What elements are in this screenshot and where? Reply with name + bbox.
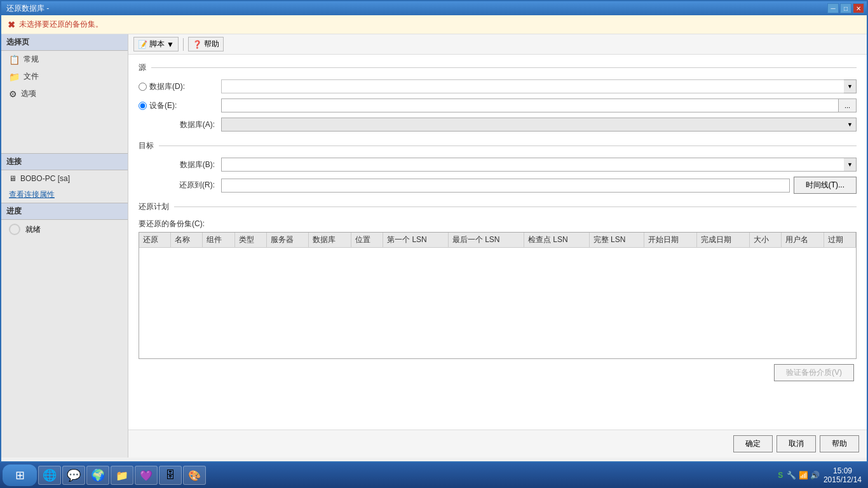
view-connection-props-link[interactable]: 查看连接属性 bbox=[1, 187, 128, 203]
backup-table-container: 还原 名称 组件 类型 服务器 数据库 位置 第一个 LSN 最后一个 LSN bbox=[139, 232, 857, 359]
target-section-line bbox=[159, 146, 857, 146]
sidebar: 选择页 📋 常规 📁 文件 ⚙ 选项 连接 🖥 BOBO-PC [sa] 查看连… bbox=[1, 34, 128, 458]
database-radio-label-inner[interactable]: 数据库(D): bbox=[139, 81, 215, 92]
col-size: 大小 bbox=[749, 233, 781, 248]
title-bar: 还原数据库 - ─ □ ✕ bbox=[1, 1, 867, 15]
restore-plan-header: 还原计划 bbox=[139, 201, 857, 212]
taskbar-app-qq[interactable]: 💬 bbox=[62, 466, 85, 485]
dbname-row: 数据库(A): ▼ bbox=[139, 118, 857, 132]
taskbar-app-ie[interactable]: 🌐 bbox=[38, 466, 61, 485]
device-radio-label[interactable]: 设备(E): bbox=[139, 100, 215, 111]
device-input[interactable] bbox=[221, 98, 839, 112]
progress-item: 就绪 bbox=[1, 220, 128, 239]
target-db-select[interactable] bbox=[221, 158, 857, 172]
col-expiry: 过期 bbox=[824, 233, 855, 248]
sidebar-item-files[interactable]: 📁 文件 bbox=[1, 68, 128, 85]
spinner-icon bbox=[9, 224, 20, 235]
device-radio-row: 设备(E): ... bbox=[139, 98, 857, 112]
target-db-row: 数据库(B): ▼ bbox=[139, 158, 857, 172]
close-button[interactable]: ✕ bbox=[853, 3, 864, 13]
dbname-dropdown-container: ▼ bbox=[221, 118, 857, 132]
files-icon: 📁 bbox=[9, 72, 20, 82]
database-dropdown-container: ▼ bbox=[221, 79, 857, 93]
col-full-lsn: 完整 LSN bbox=[589, 233, 644, 248]
select-page-title: 选择页 bbox=[1, 34, 128, 51]
device-input-container: ... bbox=[221, 98, 857, 112]
col-server: 服务器 bbox=[266, 233, 309, 248]
help-bottom-button[interactable]: 帮助 bbox=[820, 435, 859, 452]
progress-section-title: 进度 bbox=[1, 203, 128, 220]
maximize-button[interactable]: □ bbox=[840, 3, 851, 13]
target-section-header: 目标 bbox=[139, 140, 857, 151]
taskbar-app-ssms[interactable]: 🗄 bbox=[159, 466, 182, 485]
database-radio-text: 数据库(D): bbox=[149, 81, 185, 92]
progress-label: 就绪 bbox=[25, 224, 41, 235]
connection-name: BOBO-PC [sa] bbox=[20, 174, 70, 183]
backup-table-header: 还原 名称 组件 类型 服务器 数据库 位置 第一个 LSN 最后一个 LSN bbox=[139, 233, 856, 248]
device-radio[interactable] bbox=[139, 102, 147, 110]
source-title: 源 bbox=[139, 62, 146, 73]
system-tray-icons: 🔧 📶 🔊 bbox=[787, 471, 820, 480]
error-message: 未选择要还原的备份集。 bbox=[19, 19, 103, 30]
restore-to-row: 还原到(R): 时间线(T)... bbox=[139, 177, 857, 194]
target-db-label: 数据库(B): bbox=[139, 159, 221, 170]
col-start-date: 开始日期 bbox=[644, 233, 697, 248]
database-dropdown-arrow[interactable]: ▼ bbox=[844, 79, 857, 93]
dbname-dropdown-arrow[interactable]: ▼ bbox=[844, 118, 857, 132]
backup-set-label: 要还原的备份集(C): bbox=[139, 219, 857, 229]
toolbar-separator bbox=[183, 38, 184, 51]
database-radio[interactable] bbox=[139, 83, 147, 91]
restore-to-label: 还原到(R): bbox=[139, 180, 221, 191]
col-restore: 还原 bbox=[139, 233, 171, 248]
start-button[interactable]: ⊞ bbox=[3, 464, 37, 486]
ok-button[interactable]: 确定 bbox=[733, 435, 773, 452]
database-select[interactable] bbox=[221, 79, 857, 93]
browse-button[interactable]: ... bbox=[839, 98, 857, 112]
taskbar-app-explorer[interactable]: 📁 bbox=[111, 466, 133, 485]
timeline-button[interactable]: 时间线(T)... bbox=[794, 177, 857, 194]
col-last-lsn: 最后一个 LSN bbox=[448, 233, 524, 248]
col-checkpoint-lsn: 检查点 LSN bbox=[524, 233, 589, 248]
form-content: 源 数据库(D): ▼ bbox=[128, 55, 867, 430]
sidebar-item-label-files: 文件 bbox=[24, 71, 39, 82]
dbname-select[interactable] bbox=[221, 118, 857, 132]
help-button[interactable]: ❓ 帮助 bbox=[188, 37, 224, 51]
title-bar-buttons: ─ □ ✕ bbox=[827, 3, 864, 13]
system-icon-s: S bbox=[778, 471, 783, 480]
col-database: 数据库 bbox=[309, 233, 351, 248]
script-icon: 📝 bbox=[138, 40, 147, 49]
taskbar-app-paint[interactable]: 🎨 bbox=[183, 466, 206, 485]
title-text: 还原数据库 - bbox=[4, 3, 49, 14]
source-section-line bbox=[151, 67, 857, 68]
col-username: 用户名 bbox=[782, 233, 824, 248]
error-bar: ✖ 未选择要还原的备份集。 bbox=[1, 15, 867, 34]
help-icon: ❓ bbox=[193, 40, 202, 49]
taskbar-right: S 🔧 📶 🔊 15:09 2015/12/14 bbox=[774, 466, 865, 484]
taskbar-app-chrome[interactable]: 🌍 bbox=[86, 466, 109, 485]
script-button[interactable]: 📝 脚本 ▼ bbox=[133, 37, 179, 51]
cancel-button[interactable]: 取消 bbox=[776, 435, 816, 452]
restore-to-input[interactable] bbox=[221, 179, 790, 193]
taskbar: ⊞ 🌐 💬 🌍 📁 💜 🗄 🎨 S 🔧 📶 🔊 15:09 2015/12/14 bbox=[0, 463, 868, 488]
script-dropdown-icon: ▼ bbox=[166, 40, 174, 49]
validate-button[interactable]: 验证备份介质(V) bbox=[774, 364, 854, 381]
taskbar-app-vs[interactable]: 💜 bbox=[135, 466, 158, 485]
col-name: 名称 bbox=[171, 233, 203, 248]
database-radio-row: 数据库(D): ▼ bbox=[139, 79, 857, 93]
restore-plan-line bbox=[174, 207, 857, 207]
sidebar-item-general[interactable]: 📋 常规 bbox=[1, 51, 128, 68]
source-section-header: 源 bbox=[139, 62, 857, 73]
minimize-button[interactable]: ─ bbox=[827, 3, 839, 13]
script-label: 脚本 bbox=[149, 39, 165, 50]
target-db-dropdown-arrow[interactable]: ▼ bbox=[844, 158, 857, 172]
device-radio-text: 设备(E): bbox=[149, 100, 177, 111]
options-icon: ⚙ bbox=[9, 89, 17, 99]
backup-table: 还原 名称 组件 类型 服务器 数据库 位置 第一个 LSN 最后一个 LSN bbox=[139, 233, 856, 248]
sidebar-item-options[interactable]: ⚙ 选项 bbox=[1, 85, 128, 102]
clock: 15:09 2015/12/14 bbox=[824, 466, 862, 484]
restore-plan-title: 还原计划 bbox=[139, 201, 169, 212]
validate-btn-container: 验证备份介质(V) bbox=[139, 364, 857, 381]
error-icon: ✖ bbox=[8, 20, 15, 30]
help-label: 帮助 bbox=[204, 39, 219, 50]
col-component: 组件 bbox=[203, 233, 234, 248]
